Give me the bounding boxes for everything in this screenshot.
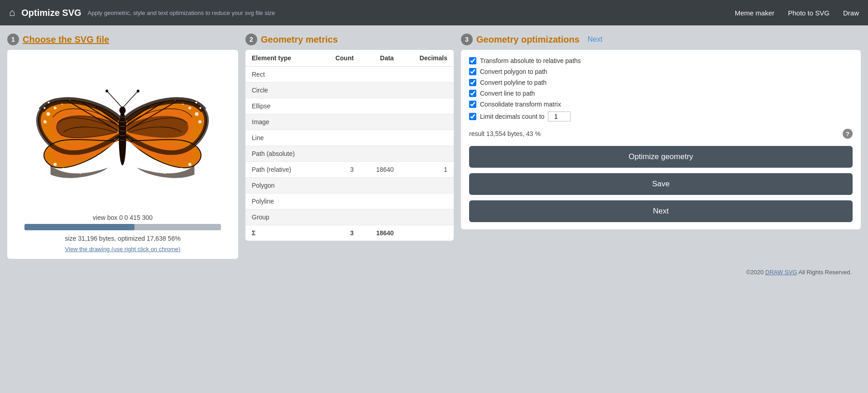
svg-point-17 — [62, 168, 65, 170]
opt-row: Limit decimals count to — [469, 112, 853, 121]
svg-point-24 — [163, 172, 166, 174]
table-row: Line — [245, 130, 454, 146]
svg-point-36 — [76, 92, 78, 94]
home-icon[interactable]: ⌂ — [9, 7, 15, 19]
footer-data: 18640 — [360, 225, 400, 241]
svg-point-16 — [53, 163, 57, 166]
opt-checkbox-3[interactable] — [469, 79, 476, 86]
svg-point-43 — [152, 94, 154, 97]
step3-badge: 3 — [461, 34, 473, 45]
progress-bar — [24, 224, 221, 230]
table-row: Rect — [245, 67, 454, 82]
cell-count — [319, 98, 360, 114]
nav-draw[interactable]: Draw — [843, 9, 859, 17]
svg-point-22 — [180, 168, 183, 170]
cell-decimals — [400, 178, 454, 194]
footer: ©2020 DRAW SVG All Rights Reserved. — [7, 263, 861, 281]
footer-label: Σ — [245, 225, 319, 241]
svg-point-38 — [60, 93, 62, 95]
step2-badge: 2 — [245, 34, 257, 45]
col-data: Data — [360, 50, 400, 67]
cell-type: Rect — [245, 67, 319, 82]
svg-line-4 — [122, 92, 137, 108]
help-badge[interactable]: ? — [843, 129, 853, 139]
footer-suffix: All Rights Reserved. — [798, 269, 852, 276]
footer-link[interactable]: DRAW SVG — [765, 269, 797, 276]
svg-point-41 — [43, 107, 45, 109]
svg-point-32 — [97, 97, 100, 99]
step3-next-link[interactable]: Next — [588, 35, 603, 44]
view-drawing-link[interactable]: View the drawing (use right click on chr… — [65, 246, 181, 252]
cell-decimals — [400, 130, 454, 146]
opt-checkbox-5[interactable] — [469, 101, 476, 108]
cell-count — [319, 194, 360, 209]
result-text: result 13,554 bytes, 43 % — [469, 130, 541, 137]
header: ⌂ Optimize SVG Apply geometric, style an… — [0, 0, 868, 25]
svg-point-51 — [200, 107, 201, 109]
svg-point-46 — [167, 92, 169, 94]
step2-header: 2 Geometry metrics — [245, 34, 454, 45]
header-nav: Meme maker Photo to SVG Draw — [735, 9, 859, 17]
opt-label: Transform absolute to relative paths — [480, 57, 581, 64]
cell-data — [360, 130, 400, 146]
nav-photo-to-svg[interactable]: Photo to SVG — [788, 9, 830, 17]
svg-point-37 — [67, 92, 69, 94]
opt-row: Transform absolute to relative paths — [469, 57, 853, 64]
app-subtitle: Apply geometric, style and text optimiza… — [88, 10, 735, 16]
optimize-geometry-button[interactable]: Optimize geometry — [469, 146, 853, 168]
cell-type: Line — [245, 130, 319, 146]
step3-column: 3 Geometry optimizations Next Transform … — [461, 34, 861, 229]
cell-type: Group — [245, 209, 319, 225]
cell-data — [360, 98, 400, 114]
opt-checkbox-4[interactable] — [469, 90, 476, 97]
optimization-options: Transform absolute to relative pathsConv… — [469, 57, 853, 121]
table-row: Polyline — [245, 194, 454, 209]
svg-point-6 — [46, 112, 50, 116]
svg-point-33 — [91, 94, 93, 97]
table-row: Ellipse — [245, 98, 454, 114]
svg-point-45 — [159, 93, 161, 95]
step3-header: 3 Geometry optimizations Next — [461, 34, 861, 45]
step2-card: Element type Count Data Decimals Rect Ci… — [245, 50, 454, 241]
opt-label: Consolidate transform matrix — [480, 101, 561, 108]
svg-point-12 — [198, 120, 201, 123]
col-count: Count — [319, 50, 360, 67]
app-title: Optimize SVG — [21, 8, 81, 18]
cell-decimals — [400, 82, 454, 98]
nav-meme-maker[interactable]: Meme maker — [735, 9, 775, 17]
table-row: Path (relative) 3 18640 1 — [245, 162, 454, 178]
table-row: Path (absolute) — [245, 146, 454, 162]
step1-title[interactable]: Choose the SVG file — [23, 34, 109, 45]
svg-point-21 — [188, 163, 192, 166]
next-button[interactable]: Next — [469, 200, 853, 222]
opt-label: Convert line to path — [480, 90, 535, 97]
svg-point-47 — [176, 92, 177, 94]
opt-checkbox-6[interactable] — [469, 113, 476, 120]
metrics-table: Element type Count Data Decimals Rect Ci… — [245, 50, 454, 241]
step3-title: Geometry optimizations — [476, 34, 580, 45]
opt-checkbox-1[interactable] — [469, 57, 476, 64]
col-element-type: Element type — [245, 50, 319, 67]
col-decimals: Decimals — [400, 50, 454, 67]
cell-data — [360, 82, 400, 98]
cell-type: Ellipse — [245, 98, 319, 114]
cell-count — [319, 82, 360, 98]
cell-data — [360, 194, 400, 209]
svg-point-42 — [145, 97, 148, 99]
table-row: Group — [245, 209, 454, 225]
cell-data — [360, 114, 400, 130]
save-button[interactable]: Save — [469, 173, 853, 195]
opt-checkbox-2[interactable] — [469, 68, 476, 75]
cell-count — [319, 114, 360, 130]
decimals-count-input[interactable] — [548, 112, 571, 121]
footer-decimals — [400, 225, 454, 241]
table-row: Circle — [245, 82, 454, 98]
step1-card: view box 0 0 415 300 size 31,196 bytes, … — [7, 50, 238, 259]
cell-type: Path (absolute) — [245, 146, 319, 162]
step1-badge: 1 — [7, 34, 19, 45]
table-row: Polygon — [245, 178, 454, 194]
cell-data — [360, 209, 400, 225]
step2-column: 2 Geometry metrics Element type Count Da… — [245, 34, 454, 241]
svg-point-13 — [188, 107, 191, 109]
butterfly-preview — [14, 56, 232, 210]
